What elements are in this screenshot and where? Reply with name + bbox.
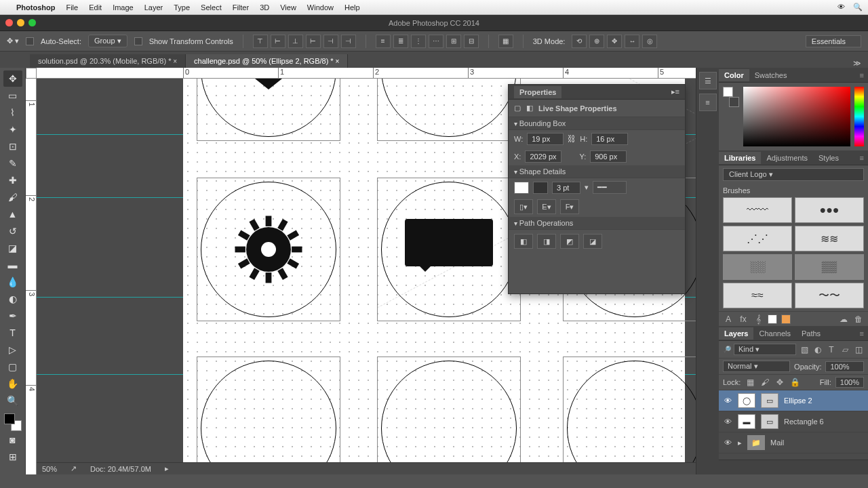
- eraser-tool-icon[interactable]: ◪: [3, 240, 22, 256]
- filter-adjust-icon[interactable]: ◐: [812, 344, 823, 355]
- align-left-icon[interactable]: ⊢: [306, 35, 321, 48]
- minimize-window-icon[interactable]: [17, 19, 24, 26]
- auto-select-checkbox[interactable]: [26, 37, 34, 45]
- library-select[interactable]: Client Logo ▾: [723, 168, 864, 181]
- heal-tool-icon[interactable]: ✚: [3, 172, 22, 188]
- menu-image[interactable]: Image: [113, 3, 134, 12]
- dist-6-icon[interactable]: ⊟: [464, 35, 479, 48]
- crop-tool-icon[interactable]: ⊡: [3, 138, 22, 155]
- filter-type-icon[interactable]: T: [826, 344, 837, 355]
- blend-mode-select[interactable]: Normal ▾: [723, 361, 790, 372]
- workspace-select[interactable]: Essentials: [806, 35, 861, 47]
- stroke-width-chevron-icon[interactable]: ▾: [585, 183, 589, 192]
- saturation-field[interactable]: [743, 87, 850, 146]
- shape-tool-icon[interactable]: ▢: [3, 359, 22, 375]
- ruler-horizontal[interactable]: 0 1 2 3 4 5: [37, 68, 696, 79]
- pen-tool-icon[interactable]: ✒: [3, 308, 22, 324]
- lib-menu-icon[interactable]: ≡: [856, 154, 868, 162]
- search-icon[interactable]: 🔍: [853, 3, 863, 12]
- app-name[interactable]: Photoshop: [16, 3, 55, 12]
- scale-3d-icon[interactable]: ◎: [642, 35, 657, 48]
- bbox-heading[interactable]: ▾ Bounding Box: [509, 117, 685, 130]
- tab-adjustments[interactable]: Adjustments: [761, 152, 813, 164]
- blur-tool-icon[interactable]: 💧: [3, 274, 22, 290]
- brush-6[interactable]: ▒▒: [795, 254, 864, 280]
- visibility-icon[interactable]: 👁: [723, 418, 732, 426]
- ruler-vertical[interactable]: 1 2 3 4: [26, 79, 37, 474]
- opacity-input[interactable]: 100%: [825, 361, 864, 372]
- pan-3d-icon[interactable]: ✥: [607, 35, 622, 48]
- dist-1-icon[interactable]: ≡: [376, 35, 391, 48]
- stroke-corners-select[interactable]: F▾: [560, 199, 579, 214]
- lock-paint-icon[interactable]: 🖌: [760, 377, 770, 388]
- stroke-swatch[interactable]: [533, 182, 548, 194]
- roll-3d-icon[interactable]: ⊕: [589, 35, 604, 48]
- align-top-icon[interactable]: ⊤: [253, 35, 268, 48]
- w-input[interactable]: 19 px: [527, 133, 564, 145]
- align-hcenter-icon[interactable]: ⊣: [323, 35, 338, 48]
- menu-view[interactable]: View: [280, 3, 296, 12]
- ruler-origin[interactable]: [26, 68, 37, 79]
- hand-tool-icon[interactable]: ✋: [3, 375, 22, 392]
- zoom-tool-icon[interactable]: 🔍: [3, 392, 22, 409]
- auto-align-icon[interactable]: ▦: [498, 35, 513, 48]
- path-select-tool-icon[interactable]: ▷: [3, 342, 22, 358]
- lib-swatch-orange[interactable]: [781, 314, 791, 324]
- menu-select[interactable]: Select: [201, 3, 222, 12]
- align-vcenter-icon[interactable]: ⊢: [271, 35, 285, 48]
- lasso-tool-icon[interactable]: ⌇: [3, 104, 22, 121]
- tab-color[interactable]: Color: [719, 69, 749, 81]
- close-window-icon[interactable]: [5, 19, 13, 26]
- brush-1[interactable]: 〰〰: [723, 197, 792, 223]
- dist-3-icon[interactable]: ⋮: [411, 35, 426, 48]
- doc-info[interactable]: Doc: 20.4M/57.0M: [90, 465, 151, 473]
- x-input[interactable]: 2029 px: [525, 150, 561, 163]
- layer-ellipse2[interactable]: 👁 ◯▭ Ellipse 2: [719, 390, 868, 411]
- lib-swatch-white[interactable]: [768, 314, 777, 324]
- show-transform-checkbox[interactable]: [134, 37, 142, 45]
- menu-window[interactable]: Window: [307, 3, 334, 12]
- fill-swatch[interactable]: [514, 182, 529, 194]
- brush-3[interactable]: ⋰⋰: [723, 226, 792, 251]
- export-icon[interactable]: ↗: [71, 464, 77, 473]
- align-right-icon[interactable]: ⊣: [341, 35, 356, 48]
- subtract-icon[interactable]: ◨: [537, 234, 556, 249]
- visibility-icon[interactable]: 👁: [723, 439, 732, 447]
- color-fgbg[interactable]: [723, 87, 739, 107]
- quickmask-icon[interactable]: ◙: [3, 432, 22, 448]
- dock-info-icon[interactable]: ≡: [699, 94, 717, 111]
- menu-help[interactable]: Help: [344, 3, 360, 12]
- marquee-tool-icon[interactable]: ▭: [3, 87, 22, 104]
- dock-history-icon[interactable]: ☰: [699, 72, 717, 89]
- exclude-icon[interactable]: ◪: [583, 234, 602, 249]
- move-tool-icon[interactable]: ✥: [3, 70, 22, 87]
- brush-5[interactable]: ░░: [723, 254, 792, 280]
- layer-rectangle6[interactable]: 👁 ▬▭ Rectangle 6: [719, 411, 868, 432]
- brush-tool-icon[interactable]: 🖌: [3, 189, 22, 205]
- layer-mail-group[interactable]: 👁 ▸ 📁 Mail: [719, 432, 868, 453]
- gradient-tool-icon[interactable]: ▬: [3, 257, 22, 273]
- tab-styles[interactable]: Styles: [813, 152, 844, 164]
- tabs-overflow-icon[interactable]: ≫: [846, 59, 868, 68]
- brush-8[interactable]: 〜〜: [795, 283, 864, 308]
- menu-filter[interactable]: Filter: [233, 3, 249, 12]
- tab-libraries[interactable]: Libraries: [719, 152, 761, 164]
- dist-4-icon[interactable]: ⋯: [429, 35, 443, 48]
- properties-tab[interactable]: Properties: [514, 86, 561, 98]
- lib-trash-icon[interactable]: 🗑: [853, 314, 864, 325]
- lib-char-icon[interactable]: A: [723, 314, 734, 325]
- stamp-tool-icon[interactable]: ▲: [3, 206, 22, 222]
- screenmode-icon[interactable]: ⊞: [3, 449, 22, 465]
- dist-5-icon[interactable]: ⊞: [446, 35, 461, 48]
- status-chevron-icon[interactable]: ▸: [165, 464, 169, 473]
- layer-filter-select[interactable]: Kind ▾: [734, 344, 796, 355]
- layers-menu-icon[interactable]: ≡: [856, 329, 868, 338]
- wand-tool-icon[interactable]: ✦: [3, 121, 22, 138]
- dodge-tool-icon[interactable]: ◐: [3, 291, 22, 307]
- link-wh-icon[interactable]: ⛓: [568, 134, 576, 144]
- hue-slider[interactable]: [854, 87, 864, 146]
- brush-4[interactable]: ≋≋: [795, 226, 864, 251]
- fg-bg-swatch[interactable]: [4, 413, 22, 431]
- stroke-caps-select[interactable]: E▾: [537, 199, 556, 214]
- lock-pos-icon[interactable]: ✥: [774, 377, 785, 388]
